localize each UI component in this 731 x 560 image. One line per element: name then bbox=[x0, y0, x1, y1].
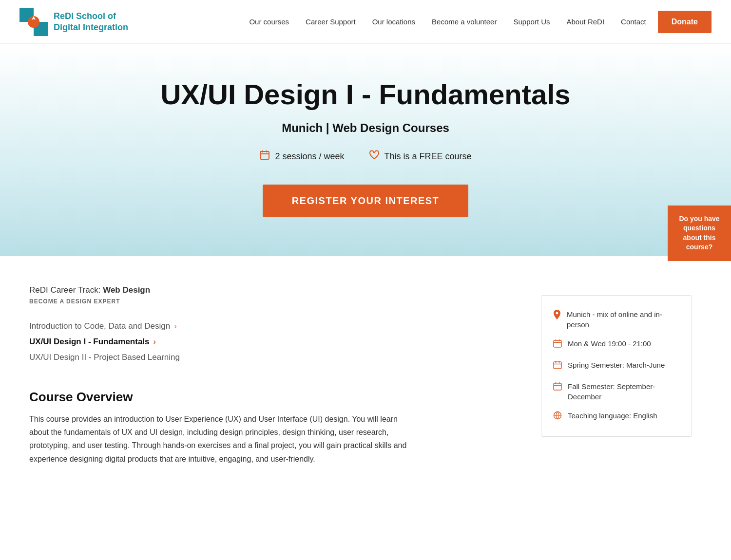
location-text: Munich - mix of online and in-person bbox=[567, 309, 680, 330]
career-track-name: Web Design bbox=[103, 285, 150, 295]
hero-section: UX/UI Design I - Fundamentals Munich | W… bbox=[0, 44, 731, 256]
svg-rect-15 bbox=[554, 362, 561, 369]
course-item-uxui1[interactable]: UX/UI Design I - Fundamentals › bbox=[29, 334, 521, 350]
language-info: Teaching language: English bbox=[553, 411, 680, 423]
fall-semester-info: Fall Semester: September-December bbox=[553, 381, 680, 402]
info-card: Munich - mix of online and in-person Mon… bbox=[541, 295, 692, 437]
spring-semester-info: Spring Semester: March-June bbox=[553, 360, 680, 373]
nav-career-support[interactable]: Career Support bbox=[306, 18, 356, 26]
schedule-text: Mon & Wed 19:00 - 21:00 bbox=[568, 338, 651, 349]
main-content: ReDI Career Track: Web Design BECOME A D… bbox=[0, 256, 731, 495]
nav-support-us[interactable]: Support Us bbox=[513, 18, 550, 26]
location-info: Munich - mix of online and in-person bbox=[553, 309, 680, 330]
nav-our-locations[interactable]: Our locations bbox=[372, 18, 415, 26]
logo-icon bbox=[19, 8, 48, 36]
nav-contact[interactable]: Contact bbox=[621, 18, 646, 26]
svg-rect-11 bbox=[554, 340, 561, 347]
course-uxui2-label: UX/UI Design II - Project Based Learning bbox=[29, 353, 180, 362]
navbar: ReDI School of Digital Integration Our c… bbox=[0, 0, 731, 44]
hero-meta: 2 sessions / week This is a FREE course bbox=[19, 149, 712, 163]
course-overview-text: This course provides an introduction to … bbox=[29, 412, 419, 466]
hero-subtitle: Munich | Web Design Courses bbox=[19, 121, 712, 135]
course-overview-title: Course Overview bbox=[29, 390, 521, 405]
right-column: Munich - mix of online and in-person Mon… bbox=[541, 285, 692, 466]
fall-semester-text: Fall Semester: September-December bbox=[568, 381, 680, 402]
heart-icon bbox=[369, 149, 380, 163]
register-interest-button[interactable]: REGISTER YOUR INTEREST bbox=[263, 185, 469, 217]
career-track-label: ReDI Career Track: Web Design bbox=[29, 285, 521, 295]
hero-title: UX/UI Design I - Fundamentals bbox=[19, 78, 712, 111]
questions-tab[interactable]: Do you have questions about this course? bbox=[668, 205, 731, 261]
free-course-info: This is a FREE course bbox=[369, 149, 472, 163]
course-item-intro[interactable]: Introduction to Code, Data and Design › bbox=[29, 318, 521, 334]
arrow-right-icon: › bbox=[174, 322, 176, 331]
calendar-icon bbox=[259, 149, 270, 163]
logo[interactable]: ReDI School of Digital Integration bbox=[19, 8, 146, 36]
donate-button[interactable]: Donate bbox=[658, 11, 712, 33]
arrow-right-icon-active: › bbox=[154, 337, 156, 346]
course-item-uxui2[interactable]: UX/UI Design II - Project Based Learning bbox=[29, 350, 521, 365]
language-text: Teaching language: English bbox=[568, 411, 657, 421]
sessions-label: 2 sessions / week bbox=[275, 151, 344, 162]
svg-rect-7 bbox=[260, 151, 269, 159]
language-icon bbox=[553, 411, 562, 423]
spring-semester-text: Spring Semester: March-June bbox=[568, 360, 665, 370]
course-uxui1-label: UX/UI Design I - Fundamentals bbox=[29, 337, 150, 347]
free-label: This is a FREE course bbox=[385, 151, 472, 162]
nav-become-volunteer[interactable]: Become a volunteer bbox=[432, 18, 497, 26]
become-expert-label: BECOME A DESIGN EXPERT bbox=[29, 298, 521, 305]
schedule-info: Mon & Wed 19:00 - 21:00 bbox=[553, 338, 680, 351]
nav-links: Our courses Career Support Our locations… bbox=[249, 18, 646, 26]
location-icon bbox=[553, 310, 561, 323]
schedule-icon bbox=[553, 339, 562, 351]
sessions-info: 2 sessions / week bbox=[259, 149, 344, 163]
left-column: ReDI Career Track: Web Design BECOME A D… bbox=[29, 285, 521, 466]
logo-text: ReDI School of Digital Integration bbox=[54, 11, 128, 33]
svg-rect-19 bbox=[554, 383, 561, 390]
spring-icon bbox=[553, 360, 562, 373]
fall-icon bbox=[553, 382, 562, 394]
course-intro-label: Introduction to Code, Data and Design bbox=[29, 321, 170, 331]
nav-about-redi[interactable]: About ReDI bbox=[567, 18, 605, 26]
nav-our-courses[interactable]: Our courses bbox=[249, 18, 289, 26]
course-list: Introduction to Code, Data and Design › … bbox=[29, 318, 521, 365]
